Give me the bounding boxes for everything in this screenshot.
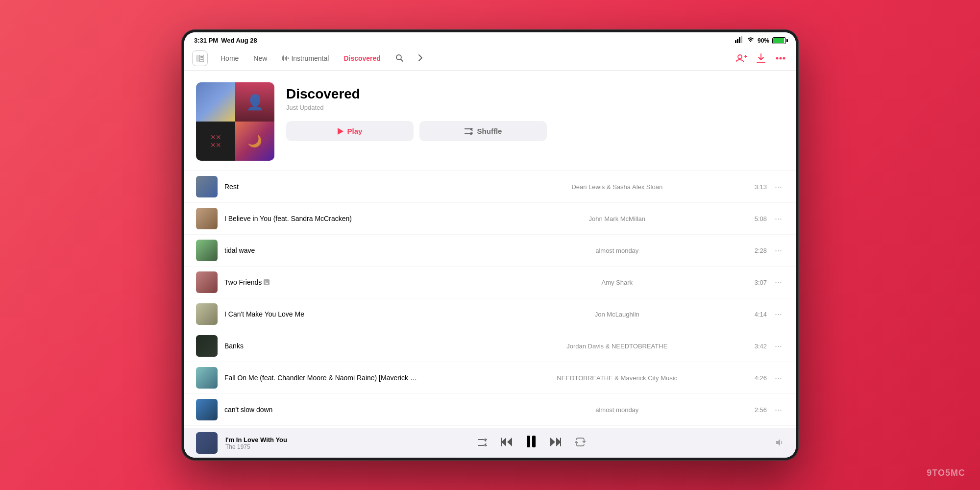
song-more-button[interactable]: ···: [773, 403, 784, 417]
song-art: [196, 399, 218, 420]
svg-marker-24: [338, 128, 343, 135]
song-more-button[interactable]: ···: [773, 275, 784, 290]
table-row[interactable]: Fall On Me (feat. Chandler Moore & Naomi…: [184, 362, 796, 394]
song-title: Two Friends: [224, 278, 262, 286]
song-art: [196, 271, 218, 293]
svg-rect-29: [532, 436, 536, 447]
svg-rect-10: [283, 55, 284, 61]
song-artist: NEEDTOBREATHE & Maverick City Music: [480, 374, 755, 382]
song-duration: 3:42: [755, 343, 767, 350]
song-more-button[interactable]: ···: [773, 212, 784, 226]
tab-home[interactable]: Home: [214, 51, 245, 65]
playlist-art: 👤 ✕✕✕✕ 🌙: [196, 82, 274, 161]
song-more-button[interactable]: ···: [773, 180, 784, 194]
song-artist: almost monday: [480, 247, 755, 254]
song-info: I Can't Make You Love Me: [224, 310, 480, 318]
playlist-subtitle: Just Updated: [286, 104, 784, 111]
action-buttons: Play Shuffle: [286, 121, 784, 141]
svg-rect-4: [196, 55, 199, 62]
status-left: 3:31 PM Wed Aug 28: [194, 37, 257, 44]
date: Wed Aug 28: [221, 37, 257, 44]
song-duration: 5:08: [755, 215, 767, 222]
song-more-button[interactable]: ···: [773, 371, 784, 385]
more-options-button[interactable]: [773, 51, 788, 66]
tab-discovered[interactable]: Discovered: [337, 51, 387, 65]
song-title: Fall On Me (feat. Chandler Moore & Naomi…: [224, 374, 420, 382]
tab-new[interactable]: New: [246, 51, 274, 65]
wifi-icon: [747, 37, 755, 44]
song-duration: 4:14: [755, 311, 767, 318]
song-more-button[interactable]: ···: [773, 339, 784, 353]
song-art: [196, 240, 218, 261]
nav-tabs: Home New Instrumental Discovered: [214, 51, 430, 66]
song-title: Banks: [224, 342, 244, 350]
svg-rect-1: [737, 39, 738, 43]
table-row[interactable]: can't slow down almost monday 2:56 ···: [184, 394, 796, 426]
status-right: 90%: [735, 36, 786, 45]
table-row[interactable]: Rest Dean Lewis & Sasha Alex Sloan 3:13 …: [184, 171, 796, 203]
song-more-button[interactable]: ···: [773, 244, 784, 258]
svg-marker-30: [550, 438, 555, 446]
device-frame: 3:31 PM Wed Aug 28: [181, 29, 799, 461]
table-row[interactable]: Two Friends E Amy Shark 3:07 ···: [184, 267, 796, 298]
tab-instrumental[interactable]: Instrumental: [275, 51, 336, 65]
next-button[interactable]: [550, 438, 561, 449]
repeat-button[interactable]: [575, 438, 586, 449]
svg-rect-28: [527, 436, 530, 447]
table-row[interactable]: Banks Jordan Davis & NEEDTOBREATHE 3:42 …: [184, 330, 796, 362]
chevron-right-button[interactable]: [411, 51, 430, 66]
svg-marker-33: [776, 439, 780, 446]
playlist-header: 👤 ✕✕✕✕ 🌙 Discovered Just Updated: [184, 71, 796, 171]
nav-right: [734, 51, 788, 66]
song-duration: 3:07: [755, 279, 767, 286]
now-playing-bar: I'm In Love With You The 1975: [184, 428, 796, 458]
add-person-button[interactable]: [734, 51, 749, 66]
svg-rect-13: [288, 57, 289, 59]
art-cell-2: 👤: [235, 82, 274, 122]
watermark: 9TO5MC: [927, 468, 965, 478]
song-info: tidal wave: [224, 246, 480, 254]
svg-line-15: [401, 59, 403, 61]
table-row[interactable]: tidal wave almost monday 2:28 ···: [184, 235, 796, 267]
device-screen: 3:31 PM Wed Aug 28: [184, 32, 796, 458]
nav-left: Home New Instrumental Discovered: [192, 50, 430, 66]
svg-rect-27: [501, 438, 502, 446]
song-art: [196, 367, 218, 389]
shuffle-button[interactable]: Shuffle: [419, 121, 547, 141]
now-playing-art: [196, 432, 218, 454]
svg-rect-0: [735, 40, 736, 43]
explicit-badge: E: [264, 279, 270, 285]
table-row[interactable]: I Believe in You (feat. Sandra McCracken…: [184, 203, 796, 235]
signal-icon: [735, 36, 744, 45]
playback-controls: [295, 436, 768, 450]
volume-control: [776, 439, 784, 447]
song-info: Fall On Me (feat. Chandler Moore & Naomi…: [224, 374, 480, 382]
song-info: can't slow down: [224, 406, 480, 414]
svg-rect-32: [560, 438, 561, 446]
song-title: Rest: [224, 183, 239, 191]
art-cell-1: [196, 82, 235, 122]
search-button[interactable]: [389, 51, 410, 66]
svg-point-22: [780, 57, 782, 60]
song-info: Banks: [224, 342, 480, 350]
previous-button[interactable]: [501, 438, 512, 449]
song-duration: 2:56: [755, 406, 767, 414]
song-more-button[interactable]: ···: [773, 307, 784, 321]
song-artist: Dean Lewis & Sasha Alex Sloan: [480, 183, 755, 191]
song-duration: 4:26: [755, 374, 767, 382]
song-title: I Can't Make You Love Me: [224, 310, 304, 318]
play-button[interactable]: Play: [286, 121, 414, 141]
shuffle-control-button[interactable]: [478, 438, 488, 449]
time: 3:31 PM: [194, 37, 218, 44]
song-artist: Amy Shark: [480, 279, 755, 286]
table-row[interactable]: I Can't Make You Love Me Jon McLaughlin …: [184, 298, 796, 330]
song-art: [196, 335, 218, 357]
song-art: [196, 208, 218, 229]
playlist-info: Discovered Just Updated Play: [286, 82, 784, 141]
sidebar-toggle-button[interactable]: [192, 50, 208, 66]
download-button[interactable]: [754, 51, 768, 66]
pause-button[interactable]: [526, 436, 537, 450]
svg-marker-26: [507, 438, 512, 446]
playlist-title: Discovered: [286, 86, 784, 102]
song-list: Rest Dean Lewis & Sasha Alex Sloan 3:13 …: [184, 171, 796, 428]
